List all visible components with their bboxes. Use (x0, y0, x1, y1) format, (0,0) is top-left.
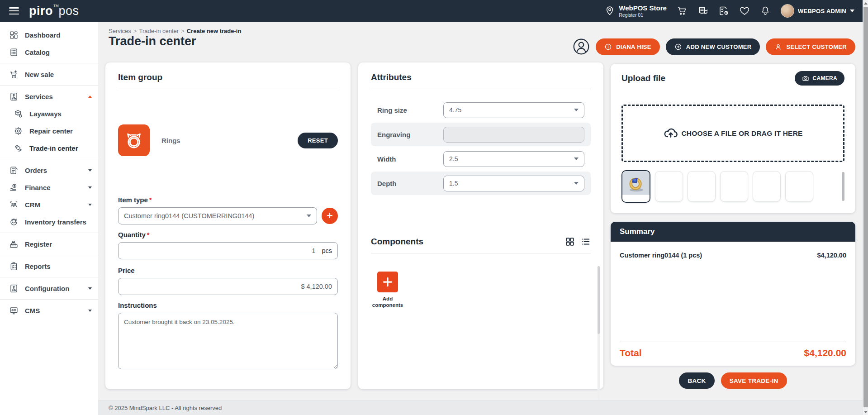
breadcrumb-services[interactable]: Services (109, 28, 131, 34)
sidebar-item-configuration[interactable]: Configuration (0, 280, 98, 297)
sidebar-item-new-sale[interactable]: New sale (0, 66, 98, 83)
instructions-textarea[interactable]: Customer brought it back on 23.05.2025. (118, 313, 338, 369)
add-components-button[interactable] (377, 272, 398, 292)
page-title: Trade-in center (109, 34, 196, 48)
notifications-bell-icon[interactable] (760, 5, 771, 16)
sidebar-item-label: CRM (25, 201, 40, 209)
components-scrollbar[interactable] (598, 266, 600, 415)
instructions-label: Instructions (118, 301, 338, 309)
summary-panel: Summary Customer ring0144 (1 pcs) $4,120… (611, 222, 855, 366)
page-scrollbar[interactable] (863, 0, 868, 415)
tasks-add-icon[interactable] (718, 5, 729, 16)
thumbnails-scrollbar[interactable] (842, 172, 844, 201)
sidebar-item-orders[interactable]: Orders (0, 162, 98, 179)
attributes-title: Attributes (371, 72, 591, 82)
upload-thumbnail[interactable] (753, 171, 781, 202)
required-marker: * (149, 196, 152, 204)
ring-size-select[interactable]: 4.75 (443, 102, 584, 118)
sidebar-item-catalog[interactable]: Catalog (0, 43, 98, 61)
sidebar-item-trade-in-center[interactable]: Trade-in center (0, 139, 98, 157)
add-item-type-button[interactable]: + (322, 208, 338, 224)
engraving-input[interactable] (443, 127, 584, 143)
user-avatar (781, 4, 794, 18)
depth-select[interactable]: 1.5 (443, 176, 584, 191)
sidebar-item-cms[interactable]: CMS (0, 302, 98, 319)
rings-group-tile[interactable] (118, 124, 150, 156)
customer-name-button[interactable]: DIANA HISE (596, 38, 660, 55)
sidebar-item-dashboard[interactable]: Dashboard (0, 26, 98, 43)
attribute-row: Engraving (371, 123, 591, 146)
back-button[interactable]: BACK (679, 372, 714, 389)
action-buttons: BACK SAVE TRADE-IN (611, 372, 855, 389)
logo-tm: TM (53, 4, 59, 8)
grid-view-icon[interactable] (565, 237, 575, 247)
logo-light: pos (59, 4, 79, 18)
store-selector[interactable]: WebPOS Store Register 01 (604, 4, 667, 17)
hamburger-menu-icon[interactable] (9, 7, 19, 14)
scroll-up-arrow[interactable] (863, 0, 868, 6)
sidebar-divider (0, 299, 98, 300)
divider (371, 89, 591, 89)
sidebar-item-repair-center[interactable]: Repair center (0, 122, 98, 139)
attribute-row: Width 2.5 (371, 147, 591, 171)
sidebar-item-label: Repair center (29, 127, 73, 135)
upload-file-panel: Upload file CAMERA CHOOSE A FILE OR DRAG… (611, 64, 855, 213)
upload-thumbnail[interactable] (720, 171, 748, 202)
item-type-select[interactable]: Customer ring0144 (CUSTOMERRING0144) (118, 207, 317, 224)
plus-icon (382, 276, 394, 288)
chevron-down-icon (88, 169, 92, 172)
breadcrumb-trade-in-center[interactable]: Trade-in center (139, 28, 179, 34)
sidebar-item-register[interactable]: Register (0, 235, 98, 253)
add-new-customer-button[interactable]: ADD NEW CUSTOMER (666, 38, 760, 55)
required-marker: * (147, 231, 150, 239)
sidebar-item-layaways[interactable]: Layaways (0, 105, 98, 122)
store-register: Register 01 (619, 12, 667, 18)
upload-thumbnail-selected[interactable] (621, 170, 650, 203)
app-logo[interactable]: piroTMpos (29, 4, 79, 18)
sidebar-item-inventory-transfers[interactable]: Inventory transfers (0, 213, 98, 230)
favorites-heart-icon[interactable] (739, 5, 750, 16)
dashboard-icon (9, 30, 19, 40)
configuration-icon (9, 284, 19, 293)
customer-bar: DIANA HISE ADD NEW CUSTOMER SELECT CUSTO… (573, 38, 855, 55)
ring-size-label: Ring size (377, 106, 407, 114)
sidebar-divider (0, 233, 98, 233)
register-icon (9, 239, 19, 249)
select-customer-button[interactable]: SELECT CUSTOMER (766, 38, 855, 55)
sidebar-item-services[interactable]: Services (0, 88, 98, 105)
user-menu[interactable]: WEBPOS ADMIN (781, 4, 854, 18)
upload-thumbnail[interactable] (688, 171, 716, 202)
store-name: WebPOS Store (619, 4, 667, 12)
cart-icon[interactable] (677, 5, 688, 16)
sidebar: Dashboard Catalog New sale Services Laya… (0, 22, 98, 415)
receipt-sync-icon[interactable] (697, 5, 708, 16)
scrollbar-thumb[interactable] (863, 7, 868, 407)
list-view-icon[interactable] (581, 237, 591, 247)
sidebar-divider (0, 255, 98, 255)
sidebar-item-reports[interactable]: Reports (0, 258, 98, 275)
footer: © 2025 MindSpark LLC - All rights reserv… (98, 401, 868, 415)
summary-item-amount: $4,120.00 (817, 252, 846, 259)
inventory-transfers-icon (9, 217, 19, 227)
quantity-input[interactable]: 1 pcs (118, 242, 338, 259)
summary-item-name: Customer ring0144 (1 pcs) (620, 252, 702, 259)
breadcrumb: Services>Trade-in center>Create new trad… (109, 28, 241, 34)
file-dropzone[interactable]: CHOOSE A FILE OR DRAG IT HERE (621, 105, 844, 162)
upload-thumbnail[interactable] (785, 171, 813, 202)
width-select[interactable]: 2.5 (443, 151, 584, 167)
price-input[interactable]: $ 4,120.00 (118, 278, 338, 295)
sidebar-item-finance[interactable]: Finance (0, 179, 98, 196)
upload-thumbnail[interactable] (655, 171, 683, 202)
customer-profile-icon[interactable] (573, 38, 590, 55)
save-trade-in-button[interactable]: SAVE TRADE-IN (721, 372, 787, 389)
top-bar: piroTMpos WebPOS Store Register 01 WEBPO… (0, 0, 868, 22)
scroll-down-arrow[interactable] (863, 409, 868, 415)
reset-button[interactable]: RESET (298, 133, 338, 148)
camera-button[interactable]: CAMERA (795, 71, 844, 86)
logo-bold: piro (29, 4, 53, 18)
group-name-label: Rings (161, 137, 180, 144)
chevron-down-icon (850, 10, 854, 12)
divider (118, 89, 338, 89)
engraving-label: Engraving (377, 131, 410, 138)
sidebar-item-crm[interactable]: CRM (0, 196, 98, 213)
